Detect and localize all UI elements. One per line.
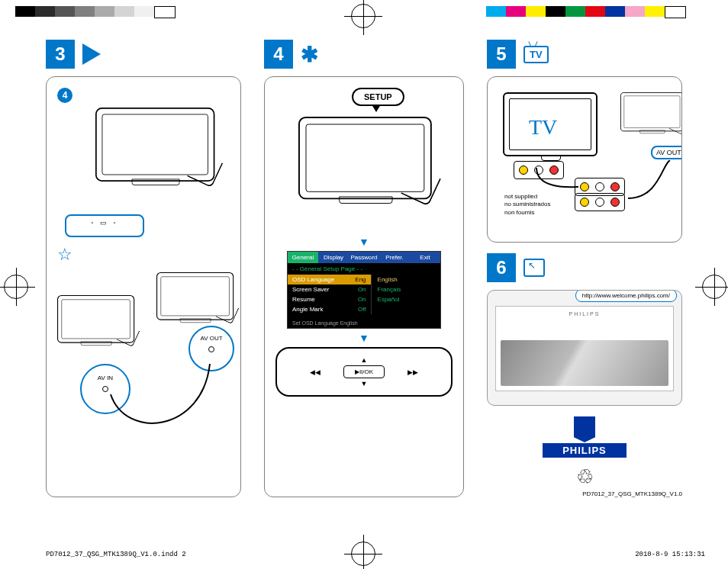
menu-option: Français (372, 284, 440, 294)
step-number: 3 (46, 40, 75, 69)
not-supplied-note: not supplied no suministrados non fourni… (504, 193, 550, 217)
registration-mark-icon (702, 275, 726, 299)
website-url: http://www.welcome.philips.com/ (575, 290, 677, 302)
controls-callout: ◦ ▭ ◦ (65, 214, 144, 237)
menu-tab: General (288, 252, 318, 263)
tv-illustration: TV (503, 92, 598, 156)
document-id: PD7012_37_QSG_MTK1389Q_V1.0 (487, 490, 682, 497)
play-icon (82, 43, 101, 65)
registration-mark-icon (4, 275, 28, 299)
nav-down-icon: ▼ (361, 380, 368, 387)
not-supplied-fr: non fournis (504, 209, 550, 217)
callout-pointer-icon (372, 104, 381, 112)
setup-button-callout: SETUP (352, 88, 404, 106)
nav-rewind-icon: ◀◀ (310, 368, 321, 376)
menu-row: ResumeOn (288, 294, 371, 304)
step4-panel: SETUP ▼ GeneralDisplayPasswordPrefer.Exi… (264, 76, 464, 497)
menu-tab: Display (318, 252, 349, 263)
dvd-player-illustration (156, 272, 234, 320)
av-out-label: AV OUT (190, 335, 233, 342)
menu-tab: Password (349, 252, 379, 263)
webpage-illustration: PHILIPS (495, 306, 674, 391)
menu-option: English (372, 275, 440, 284)
gear-icon: ✱ (301, 42, 318, 67)
print-footer: PD7012_37_QSG_MTK1389Q_V1.0.indd 2 2010-… (46, 551, 705, 558)
not-supplied-es: no suministrados (504, 201, 550, 208)
dvd-player-illustration (298, 117, 432, 199)
osd-setup-menu: GeneralDisplayPasswordPrefer.Exit - - Ge… (287, 251, 441, 329)
arrow-down-icon: ▼ (275, 332, 453, 344)
step6-panel: http://www.welcome.philips.com/ PHILIPS (487, 290, 682, 406)
menu-row: OSD LanguageEng (288, 275, 371, 284)
footer-timestamp: 2010-8-9 15:13:31 (635, 551, 705, 558)
av-cable-illustration (95, 349, 225, 440)
menu-row: Angle MarkOff (288, 304, 371, 314)
step5-panel: TV AV OUT (487, 76, 682, 243)
menu-tab: Exit (410, 252, 440, 263)
step-number: 6 (487, 253, 516, 282)
step-number: 5 (487, 40, 516, 69)
menu-status-line: Set OSD Language English (288, 314, 440, 328)
menu-section-title: - - General Setup Page - - (288, 263, 440, 275)
step3-panel: 4 ◦ ▭ ◦ ☆ (46, 76, 241, 497)
dvd-player-illustration (57, 295, 134, 343)
tv-screen-label: TV (529, 115, 557, 140)
browser-icon (523, 259, 545, 277)
menu-option: Español (372, 294, 440, 304)
navigation-pad: ◀◀ ▲ ▶II/OK ▼ ▶▶ (275, 347, 453, 397)
menu-row: Screen SaverOn (288, 284, 371, 294)
nav-up-icon: ▲ (361, 356, 368, 364)
recycle-icon: ♲ (487, 465, 682, 489)
footer-filename: PD7012_37_QSG_MTK1389Q_V1.0.indd 2 (46, 551, 186, 558)
arrow-down-icon: ▼ (275, 236, 453, 248)
star-icon: ☆ (57, 245, 230, 265)
dvd-player-illustration (95, 108, 214, 182)
webpage-brand: PHILIPS (496, 307, 673, 317)
philips-logo: PHILIPS (543, 416, 627, 458)
menu-tab: Prefer. (379, 252, 410, 263)
registration-mark-icon (351, 4, 375, 28)
philips-wordmark: PHILIPS (543, 443, 627, 458)
nav-forward-icon: ▶▶ (407, 368, 418, 376)
dvd-player-illustration (620, 92, 682, 131)
step-number: 4 (264, 40, 293, 69)
not-supplied-en: not supplied (504, 193, 550, 201)
tv-icon: TV (523, 46, 549, 63)
av-out-label: AV OUT (651, 146, 682, 159)
nav-play-ok-button: ▶II/OK (343, 365, 385, 378)
substep-badge: 4 (57, 88, 72, 103)
